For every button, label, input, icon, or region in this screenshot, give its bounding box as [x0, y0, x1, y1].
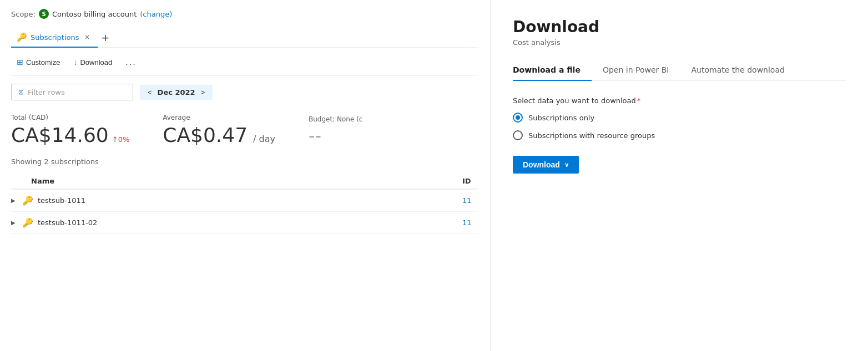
scope-name: Contoso billing account [52, 10, 137, 18]
row-expand-icon[interactable]: ▶ [11, 197, 22, 204]
radio-label-subscriptions-only: Subscriptions only [528, 114, 594, 122]
panel-title: Download [513, 18, 846, 36]
scope-row: Scope: S Contoso billing account (change… [11, 9, 479, 19]
row-id-0: 11 [462, 196, 479, 205]
tab-power-bi[interactable]: Open in Power BI [603, 60, 680, 81]
average-label: Average [163, 114, 275, 121]
panel-download-button[interactable]: Download ∨ [513, 156, 579, 174]
tabs-row: 🔑 Subscriptions ✕ + [11, 28, 479, 48]
tab-subscriptions[interactable]: 🔑 Subscriptions ✕ [11, 28, 98, 48]
more-icon: ... [125, 57, 136, 67]
date-next-button[interactable]: > [199, 88, 208, 96]
more-options-button[interactable]: ... [120, 54, 142, 70]
showing-count: Showing 2 subscriptions [11, 157, 479, 166]
total-stat: Total (CAD) CA$14.60 ↑0% [11, 114, 129, 146]
scope-label: Scope: [11, 10, 36, 18]
average-stat: Average CA$0.47 / day [163, 114, 275, 146]
panel-subtitle: Cost analysis [513, 38, 846, 47]
radio-outer-subscriptions-only [513, 113, 523, 123]
download-button[interactable]: ↓ Download [68, 55, 118, 69]
col-id-header: ID [462, 177, 479, 185]
customize-label: Customize [26, 58, 60, 67]
tab-add-button[interactable]: + [98, 30, 113, 45]
row-key-icon: 🔑 [22, 195, 33, 206]
row-name-0: testsub-1011 [38, 196, 462, 205]
radio-outer-subscriptions-with-rg [513, 130, 523, 140]
chevron-down-icon: ∨ [564, 161, 569, 169]
total-value: CA$14.60 ↑0% [11, 124, 129, 146]
total-label: Total (CAD) [11, 114, 129, 121]
right-panel: Download Cost analysis Download a file O… [491, 0, 868, 351]
tab-download-file[interactable]: Download a file [513, 60, 592, 81]
total-change: ↑0% [112, 135, 130, 144]
filter-icon: ⧖ [18, 88, 23, 96]
budget-value: -- [309, 125, 362, 146]
download-icon: ↓ [73, 58, 77, 67]
date-nav: < Dec 2022 > [140, 85, 213, 100]
average-amount: CA$0.47 [163, 124, 248, 146]
radio-label-subscriptions-with-rg: Subscriptions with resource groups [528, 131, 655, 140]
scope-change-link[interactable]: (change) [140, 10, 172, 18]
filter-placeholder: Filter rows [28, 88, 65, 96]
form-section-text: Select data you want to download [513, 96, 636, 105]
radio-subscriptions-only[interactable]: Subscriptions only [513, 113, 846, 123]
tab-close-button[interactable]: ✕ [85, 34, 90, 41]
row-expand-icon[interactable]: ▶ [11, 220, 22, 226]
col-name-header: Name [11, 177, 462, 185]
row-name-1: testsub-1011-02 [38, 218, 462, 227]
average-value: CA$0.47 / day [163, 124, 275, 146]
form-section-label: Select data you want to download* [513, 96, 846, 105]
row-key-icon: 🔑 [22, 217, 33, 228]
date-label: Dec 2022 [158, 88, 195, 96]
stats-row: Total (CAD) CA$14.60 ↑0% Average CA$0.47… [11, 114, 479, 146]
tab-subscriptions-label: Subscriptions [31, 33, 79, 42]
budget-dash: -- [309, 125, 321, 146]
tab-automate-label: Automate the download [691, 65, 784, 74]
radio-subscriptions-with-rg[interactable]: Subscriptions with resource groups [513, 130, 846, 140]
tab-download-file-label: Download a file [513, 65, 581, 74]
filter-date-row: ⧖ Filter rows < Dec 2022 > [11, 84, 479, 100]
panel-download-label: Download [523, 160, 560, 169]
date-prev-button[interactable]: < [145, 88, 154, 96]
toolbar: ⊞ Customize ↓ Download ... [11, 54, 479, 76]
radio-inner-subscriptions-only [516, 115, 520, 120]
left-panel: Scope: S Contoso billing account (change… [0, 0, 491, 351]
average-suffix: / day [253, 134, 275, 144]
row-id-1: 11 [462, 218, 479, 227]
customize-button[interactable]: ⊞ Customize [11, 55, 65, 69]
radio-group: Subscriptions only Subscriptions with re… [513, 113, 846, 140]
table-row[interactable]: ▶ 🔑 testsub-1011-02 11 [11, 212, 479, 234]
download-label: Download [80, 58, 112, 67]
required-marker: * [637, 96, 641, 105]
tab-power-bi-label: Open in Power BI [603, 65, 669, 74]
budget-stat: Budget: None (c -- [309, 115, 362, 146]
table-row[interactable]: ▶ 🔑 testsub-1011 11 [11, 190, 479, 212]
total-amount: CA$14.60 [11, 124, 109, 146]
panel-tabs: Download a file Open in Power BI Automat… [513, 60, 846, 81]
filter-input[interactable]: ⧖ Filter rows [11, 84, 133, 100]
budget-label: Budget: None (c [309, 115, 362, 123]
tab-automate[interactable]: Automate the download [691, 60, 795, 81]
table-header: Name ID [11, 174, 479, 190]
customize-icon: ⊞ [17, 58, 23, 67]
key-icon: 🔑 [17, 32, 27, 42]
scope-icon: S [39, 9, 49, 19]
